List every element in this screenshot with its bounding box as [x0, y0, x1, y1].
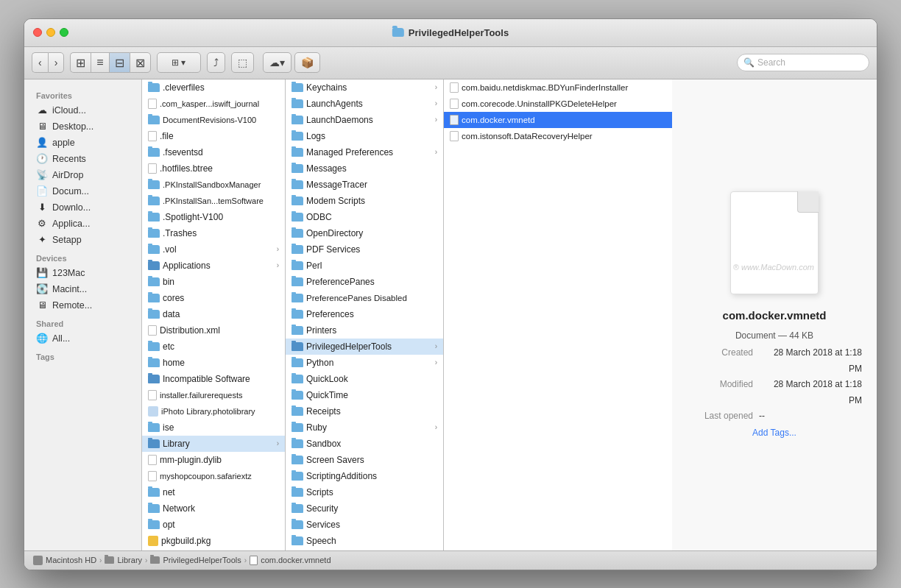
action-button[interactable]: ⤴	[207, 52, 225, 73]
view-columns-button[interactable]: ⊟	[109, 52, 130, 73]
col3-item-corecode[interactable]: com.corecode.UninstallPKGDeleteHelper	[444, 96, 672, 112]
col2-item-messages[interactable]: Messages	[286, 160, 443, 177]
col1-item-pksandbox[interactable]: .PKInstallSandboxManager	[142, 177, 285, 193]
col1-item-myshopcoupon[interactable]: myshopcoupon.safariextz	[142, 468, 285, 484]
folder-icon	[148, 342, 160, 351]
col1-item-pkinstall[interactable]: .PKInstallSan...temSoftware	[142, 193, 285, 209]
close-button[interactable]	[33, 28, 42, 37]
col2-item-preferencepanesdisabled[interactable]: PreferencePanes Disabled	[286, 290, 443, 306]
col2-item-screensavers[interactable]: Screen Savers	[286, 452, 443, 468]
view-icon-button[interactable]: ⊞	[70, 52, 91, 73]
col2-item-speech[interactable]: Speech	[286, 533, 443, 549]
col2-item-launchdaemons[interactable]: LaunchDaemons ›	[286, 112, 443, 128]
col1-item-trashes[interactable]: .Trashes	[142, 225, 285, 241]
col2-item-printers[interactable]: Printers	[286, 322, 443, 339]
sidebar-item-downloads[interactable]: ⬇ Downlo...	[24, 199, 141, 216]
col1-item-fseventsd[interactable]: .fseventsd	[142, 144, 285, 160]
arrow-icon: ›	[435, 423, 437, 431]
col2-item-managedprefs[interactable]: Managed Preferences ›	[286, 144, 443, 160]
col2-item-receipts[interactable]: Receipts	[286, 403, 443, 419]
dropbox-button[interactable]: 📦	[294, 52, 320, 73]
col1-item-library[interactable]: Library ›	[142, 436, 285, 452]
forward-button[interactable]: ›	[48, 52, 65, 73]
col1-item-cores[interactable]: cores	[142, 290, 285, 306]
col1-item-private[interactable]: private	[142, 549, 285, 550]
col1-item-kasper[interactable]: .com_kasper...iswift_journal	[142, 96, 285, 112]
view-gallery-button[interactable]: ⊠	[130, 52, 151, 73]
sidebar-item-apple[interactable]: 👤 apple	[24, 135, 141, 151]
sidebar-item-setapp[interactable]: ✦ Setapp	[24, 232, 141, 248]
col2-item-launchagents[interactable]: LaunchAgents ›	[286, 96, 443, 112]
sidebar-item-airdrop[interactable]: 📡 AirDrop	[24, 167, 141, 183]
col2-item-perl[interactable]: Perl	[286, 258, 443, 274]
sidebar-item-applications[interactable]: ⚙ Applica...	[24, 216, 141, 232]
col1-item-data[interactable]: data	[142, 306, 285, 322]
col2-item-spotlight[interactable]: Spotlight	[286, 549, 443, 550]
back-button[interactable]: ‹	[32, 52, 48, 73]
col1-item-bin[interactable]: bin	[142, 274, 285, 290]
minimize-button[interactable]	[46, 28, 55, 37]
col2-item-messagetracer[interactable]: MessageTracer	[286, 177, 443, 193]
arrange-button[interactable]: ⊞ ▾	[157, 52, 201, 73]
col1-item-distribution[interactable]: Distribution.xml	[142, 322, 285, 339]
col1-item-etc[interactable]: etc	[142, 339, 285, 355]
col2-item-sandbox[interactable]: Sandbox	[286, 436, 443, 452]
col2-item-modemscripts[interactable]: Modem Scripts	[286, 193, 443, 209]
col1-item-network[interactable]: Network	[142, 500, 285, 517]
col2-item-odbc[interactable]: ODBC	[286, 209, 443, 225]
col2-item-security[interactable]: Security	[286, 500, 443, 517]
col1-item-mm-plugin[interactable]: mm-plugin.dylib	[142, 452, 285, 468]
col2-item-opendirectory[interactable]: OpenDirectory	[286, 225, 443, 241]
col1-item-cleverfiles[interactable]: .cleverfiles	[142, 79, 285, 96]
share-button[interactable]: ⬚	[231, 52, 254, 73]
maximize-button[interactable]	[60, 28, 68, 37]
sidebar-item-all[interactable]: 🌐 All...	[24, 330, 141, 347]
cloud-button[interactable]: ☁▾	[263, 52, 292, 73]
col2-item-keychains[interactable]: Keychains ›	[286, 79, 443, 96]
breadcrumb-macintosh[interactable]: Macintosh HD	[33, 556, 96, 565]
col1-item-iphoto[interactable]: iPhoto Library.photolibrary	[142, 403, 285, 419]
sidebar-item-123mac[interactable]: 💾 123Mac	[24, 265, 141, 281]
col1-item-spotlight[interactable]: .Spotlight-V100	[142, 209, 285, 225]
breadcrumb-library[interactable]: Library	[105, 556, 142, 564]
col1-item-incompatible[interactable]: Incompatible Software	[142, 371, 285, 387]
col2-item-privilegedhelpertools[interactable]: PrivilegedHelperTools ›	[286, 339, 443, 355]
col1-item-home[interactable]: home	[142, 355, 285, 371]
sidebar-item-icloud[interactable]: ☁ iCloud...	[24, 102, 141, 118]
breadcrumb-privilegedhelpertools[interactable]: PrivilegedHelperTools	[150, 556, 241, 564]
col2-item-python[interactable]: Python ›	[286, 355, 443, 371]
col2-item-scriptingadditions[interactable]: ScriptingAdditions	[286, 468, 443, 484]
col1-item-vol[interactable]: .vol ›	[142, 241, 285, 258]
breadcrumb-file[interactable]: com.docker.vmnetd	[250, 556, 331, 565]
col2-item-preferences[interactable]: Preferences	[286, 306, 443, 322]
col1-item-net[interactable]: net	[142, 484, 285, 500]
col2-item-ruby[interactable]: Ruby ›	[286, 419, 443, 436]
col3-item-istonsoft[interactable]: com.istonsoft.DataRecoveryHelper	[444, 128, 672, 144]
col1-item-opt[interactable]: opt	[142, 517, 285, 533]
col2-item-scripts[interactable]: Scripts	[286, 484, 443, 500]
col3-item-baidu[interactable]: com.baidu.netdiskmac.BDYunFinderInstalle…	[444, 79, 672, 96]
col1-item-docrevisions[interactable]: DocumentRevisions-V100	[142, 112, 285, 128]
col3-item-docker[interactable]: com.docker.vmnetd	[444, 112, 672, 128]
col1-item-hotfiles[interactable]: .hotfiles.btree	[142, 160, 285, 177]
col1-item-installer[interactable]: installer.failurerequests	[142, 387, 285, 403]
sidebar-item-recents[interactable]: 🕐 Recents	[24, 151, 141, 167]
sidebar-item-macintosh[interactable]: 💽 Macint...	[24, 281, 141, 297]
col1-item-pkgbuild[interactable]: pkgbuild.pkg	[142, 533, 285, 549]
col2-item-preferencepanes[interactable]: PreferencePanes	[286, 274, 443, 290]
search-box[interactable]: 🔍 Search	[737, 54, 869, 71]
view-list-button[interactable]: ≡	[91, 52, 108, 73]
col2-item-quicktime[interactable]: QuickTime	[286, 387, 443, 403]
col2-item-logs[interactable]: Logs	[286, 128, 443, 144]
col1-item-file[interactable]: .file	[142, 128, 285, 144]
file-icon	[450, 115, 459, 125]
sidebar-item-remote[interactable]: 🖥 Remote...	[24, 297, 141, 314]
add-tags-button[interactable]: Add Tags...	[752, 428, 796, 438]
sidebar-item-documents[interactable]: 📄 Docum...	[24, 183, 141, 199]
col2-item-quicklook[interactable]: QuickLook	[286, 371, 443, 387]
col2-item-services[interactable]: Services	[286, 517, 443, 533]
col1-item-ise[interactable]: ise	[142, 419, 285, 436]
col2-item-pdfservices[interactable]: PDF Services	[286, 241, 443, 258]
col1-item-applications[interactable]: Applications ›	[142, 258, 285, 274]
sidebar-item-desktop[interactable]: 🖥 Desktop...	[24, 118, 141, 135]
